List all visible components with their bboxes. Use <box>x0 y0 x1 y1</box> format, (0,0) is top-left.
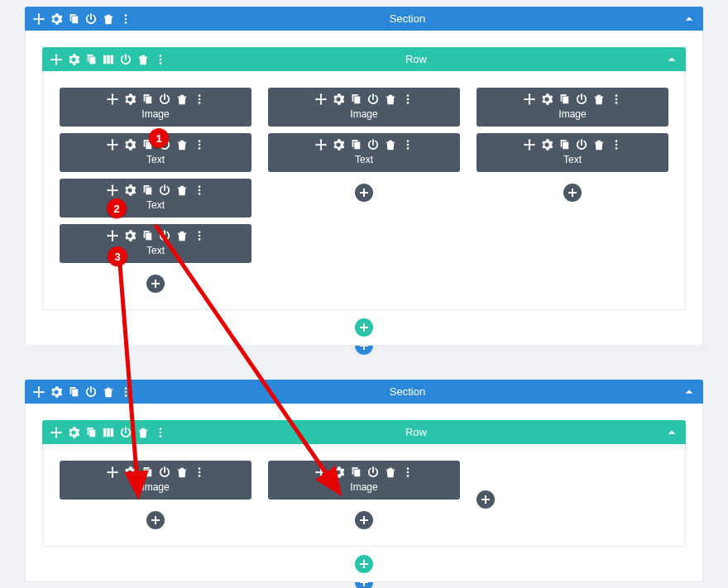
move-icon[interactable] <box>107 184 118 196</box>
trash-icon[interactable] <box>103 13 114 25</box>
power-icon[interactable] <box>85 386 97 398</box>
more-icon[interactable] <box>611 93 622 105</box>
more-icon[interactable] <box>155 54 166 65</box>
collapse-icon[interactable] <box>666 54 678 65</box>
gear-icon[interactable] <box>124 466 136 478</box>
move-icon[interactable] <box>107 230 118 241</box>
add-module-button[interactable] <box>563 184 582 202</box>
more-icon[interactable] <box>402 93 414 105</box>
more-icon[interactable] <box>194 139 205 151</box>
more-icon[interactable] <box>402 139 414 151</box>
gear-icon[interactable] <box>333 93 344 105</box>
move-icon[interactable] <box>33 386 45 398</box>
trash-icon[interactable] <box>176 184 188 196</box>
power-icon[interactable] <box>120 54 132 65</box>
power-icon[interactable] <box>159 230 170 241</box>
trash-icon[interactable] <box>176 93 188 105</box>
move-icon[interactable] <box>50 54 62 65</box>
power-icon[interactable] <box>367 466 379 478</box>
trash-icon[interactable] <box>385 93 396 105</box>
add-row-button[interactable] <box>355 318 373 337</box>
columns-icon[interactable] <box>103 54 114 65</box>
move-icon[interactable] <box>524 139 535 151</box>
gear-icon[interactable] <box>68 427 79 438</box>
add-module-button[interactable] <box>355 511 373 529</box>
more-icon[interactable] <box>155 427 166 438</box>
row-header[interactable]: Row <box>42 420 686 444</box>
add-module-button[interactable] <box>477 490 495 509</box>
columns-icon[interactable] <box>103 427 114 438</box>
gear-icon[interactable] <box>124 184 136 196</box>
more-icon[interactable] <box>194 184 205 196</box>
move-icon[interactable] <box>315 466 327 478</box>
gear-icon[interactable] <box>541 139 553 151</box>
trash-icon[interactable] <box>593 139 605 151</box>
more-icon[interactable] <box>194 466 205 478</box>
trash-icon[interactable] <box>385 139 396 151</box>
gear-icon[interactable] <box>124 93 136 105</box>
move-icon[interactable] <box>107 466 118 478</box>
duplicate-icon[interactable] <box>350 466 362 478</box>
gear-icon[interactable] <box>50 13 62 25</box>
gear-icon[interactable] <box>541 93 553 105</box>
duplicate-icon[interactable] <box>141 184 153 196</box>
more-icon[interactable] <box>611 139 622 151</box>
duplicate-icon[interactable] <box>141 466 153 478</box>
trash-icon[interactable] <box>176 466 188 478</box>
power-icon[interactable] <box>159 184 170 196</box>
move-icon[interactable] <box>315 139 327 151</box>
duplicate-icon[interactable] <box>350 139 362 151</box>
more-icon[interactable] <box>402 466 414 478</box>
module-block[interactable]: Image <box>60 88 251 127</box>
module-block[interactable]: Image <box>268 461 460 500</box>
module-block[interactable]: Image <box>477 88 668 127</box>
add-module-button[interactable] <box>355 184 373 202</box>
move-icon[interactable] <box>107 93 118 105</box>
section-header[interactable]: Section <box>25 380 703 404</box>
add-module-button[interactable] <box>146 511 165 529</box>
row-header[interactable]: Row <box>42 47 686 71</box>
move-icon[interactable] <box>107 139 118 151</box>
power-icon[interactable] <box>576 139 587 151</box>
trash-icon[interactable] <box>137 427 149 438</box>
move-icon[interactable] <box>33 13 45 25</box>
move-icon[interactable] <box>315 93 327 105</box>
trash-icon[interactable] <box>385 466 396 478</box>
gear-icon[interactable] <box>124 230 136 241</box>
duplicate-icon[interactable] <box>85 54 97 65</box>
power-icon[interactable] <box>159 93 170 105</box>
gear-icon[interactable] <box>68 54 79 65</box>
duplicate-icon[interactable] <box>141 230 153 241</box>
collapse-icon[interactable] <box>683 13 695 25</box>
power-icon[interactable] <box>85 13 97 25</box>
gear-icon[interactable] <box>333 139 344 151</box>
power-icon[interactable] <box>120 427 132 438</box>
gear-icon[interactable] <box>50 386 62 398</box>
collapse-icon[interactable] <box>666 427 678 438</box>
trash-icon[interactable] <box>103 386 114 398</box>
section-header[interactable]: Section <box>25 7 703 31</box>
trash-icon[interactable] <box>593 93 605 105</box>
module-block[interactable]: Text <box>268 133 460 172</box>
duplicate-icon[interactable] <box>85 427 97 438</box>
duplicate-icon[interactable] <box>141 93 153 105</box>
gear-icon[interactable] <box>124 139 136 151</box>
power-icon[interactable] <box>576 93 587 105</box>
more-icon[interactable] <box>194 230 205 241</box>
duplicate-icon[interactable] <box>350 93 362 105</box>
module-block[interactable]: Image <box>268 88 460 127</box>
power-icon[interactable] <box>367 139 379 151</box>
power-icon[interactable] <box>367 93 379 105</box>
collapse-icon[interactable] <box>683 386 695 398</box>
more-icon[interactable] <box>120 386 132 398</box>
module-block[interactable]: Image <box>60 461 251 500</box>
gear-icon[interactable] <box>333 466 344 478</box>
module-block[interactable]: Text <box>60 224 251 263</box>
module-block[interactable]: Text <box>477 133 668 172</box>
trash-icon[interactable] <box>176 139 188 151</box>
more-icon[interactable] <box>120 13 132 25</box>
module-block[interactable]: Text <box>60 179 251 218</box>
duplicate-icon[interactable] <box>68 13 79 25</box>
more-icon[interactable] <box>194 93 205 105</box>
move-icon[interactable] <box>50 427 62 438</box>
